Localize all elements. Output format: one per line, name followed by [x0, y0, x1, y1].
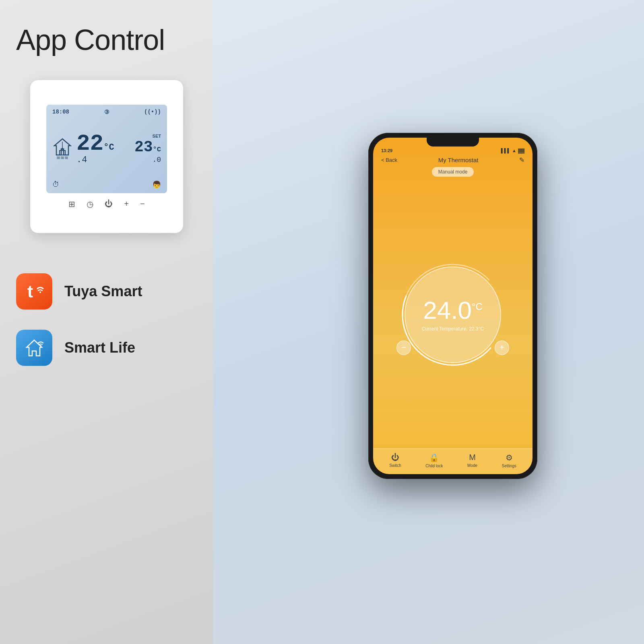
lcd-temp-area: 22°C .4: [76, 132, 130, 165]
lcd-wifi: ((•)): [144, 109, 161, 115]
lcd-decimal-temp: .4: [76, 155, 130, 165]
mode-badge[interactable]: Manual mode: [432, 167, 474, 177]
minus-button[interactable]: −: [396, 341, 411, 355]
app-bottom-nav: ⏻ Switch 🔒 Child lock M Mode ⚙ Settings: [373, 448, 533, 474]
thermo-btn-clock[interactable]: ◷: [87, 199, 93, 209]
smartlife-brand-item: Smart Life: [16, 330, 142, 366]
lcd-top-row: 18:08 ③ ((•)): [52, 109, 161, 116]
svg-text:t: t: [27, 282, 33, 301]
smartlife-logo: [16, 330, 52, 366]
signal-icon: ▌▌▌: [501, 148, 510, 153]
lcd-clock-icon: ⏱: [52, 180, 60, 189]
mode-icon: M: [469, 453, 476, 462]
phone-notch: [427, 138, 479, 147]
wifi-status-icon: ▲: [512, 148, 516, 153]
lcd-set-temp: 23°C: [134, 138, 161, 156]
temp-unit: °C: [472, 301, 483, 312]
battery-icon: ▓▓: [518, 148, 524, 153]
svg-rect-1: [60, 151, 65, 155]
settings-icon: ⚙: [506, 453, 513, 462]
tuya-brand-name: Tuya Smart: [64, 283, 142, 300]
mode-badge-container: Manual mode: [373, 167, 533, 181]
phone-container: 13:29 ▌▌▌ ▲ ▓▓ < Back My Thermostat ✎ Ma…: [352, 133, 553, 479]
svg-point-5: [39, 291, 41, 293]
phone-screen: 13:29 ▌▌▌ ▲ ▓▓ < Back My Thermostat ✎ Ma…: [373, 138, 533, 474]
status-bar: 13:29 ▌▌▌ ▲ ▓▓: [373, 147, 533, 153]
thermo-btn-minus[interactable]: −: [140, 199, 145, 208]
edit-icon[interactable]: ✎: [519, 156, 524, 164]
mode-label: Mode: [467, 463, 477, 468]
nav-child-lock[interactable]: 🔒 Child lock: [425, 453, 443, 468]
brand-section: t Tuya Smart S: [16, 273, 142, 366]
temp-dial: 24.0 °C Current Temperature: 22.3°C: [405, 266, 501, 363]
tuya-brand-item: t Tuya Smart: [16, 273, 142, 310]
lcd-flame-icon: ≋≋≋: [56, 155, 68, 161]
left-panel: App Control 18:08 ③ ((•)): [0, 0, 213, 644]
lcd-set-decimal: .0: [152, 156, 161, 164]
thermostat-device: 18:08 ③ ((•)): [30, 80, 183, 233]
temp-dial-container: 24.0 °C Current Temperature: 22.3°C − +: [373, 181, 533, 448]
svg-point-3: [62, 148, 64, 150]
lcd-main-temp: 22°C: [76, 132, 130, 155]
smartlife-brand-name: Smart Life: [64, 339, 135, 356]
thermo-btn-menu[interactable]: ⊞: [68, 199, 75, 209]
switch-icon: ⏻: [391, 453, 399, 462]
lcd-set-area: SET 23°C .0: [134, 134, 161, 164]
lcd-house-icon: [52, 137, 72, 157]
status-icons: ▌▌▌ ▲ ▓▓: [501, 148, 524, 153]
thermostat-button-row: ⊞ ◷ ⏻ + −: [68, 199, 144, 209]
lcd-bottom-row: ⏱ 👦: [52, 180, 161, 189]
lcd-main-area: ≋≋≋ 22°C .4 SET 23°C .0: [52, 118, 161, 180]
dial-wrapper: 24.0 °C Current Temperature: 22.3°C − +: [405, 266, 501, 363]
lcd-screen: 18:08 ③ ((•)): [46, 105, 167, 193]
thermo-btn-power[interactable]: ⏻: [105, 199, 113, 208]
app-title: My Thermostat: [438, 157, 479, 163]
lcd-time: 18:08: [52, 109, 69, 115]
lcd-child-lock-icon: 👦: [152, 180, 161, 189]
nav-switch[interactable]: ⏻ Switch: [389, 453, 401, 468]
temperature-display: 24.0 °C: [423, 298, 483, 323]
plus-button[interactable]: +: [495, 341, 509, 355]
svg-point-7: [40, 345, 41, 347]
nav-mode[interactable]: M Mode: [467, 453, 477, 468]
back-button[interactable]: < Back: [381, 157, 397, 163]
app-header: < Back My Thermostat ✎: [373, 153, 533, 167]
right-panel: 13:29 ▌▌▌ ▲ ▓▓ < Back My Thermostat ✎ Ma…: [213, 0, 644, 644]
tuya-logo: t: [16, 273, 52, 310]
phone-frame: 13:29 ▌▌▌ ▲ ▓▓ < Back My Thermostat ✎ Ma…: [368, 133, 537, 479]
nav-settings[interactable]: ⚙ Settings: [502, 453, 516, 468]
thermo-btn-plus[interactable]: +: [124, 199, 129, 208]
lcd-program: ③: [104, 109, 109, 116]
current-temp-label: Current Temperature: 22.3°C: [422, 326, 484, 332]
switch-label: Switch: [389, 463, 401, 468]
child-lock-icon: 🔒: [429, 453, 439, 462]
lcd-house-group: ≋≋≋: [52, 137, 72, 161]
status-time: 13:29: [381, 148, 392, 153]
settings-label: Settings: [502, 464, 516, 468]
temp-value: 24.0: [423, 298, 472, 323]
lcd-set-label: SET: [153, 134, 161, 138]
child-lock-label: Child lock: [425, 464, 443, 468]
page-title: App Control: [16, 24, 165, 56]
